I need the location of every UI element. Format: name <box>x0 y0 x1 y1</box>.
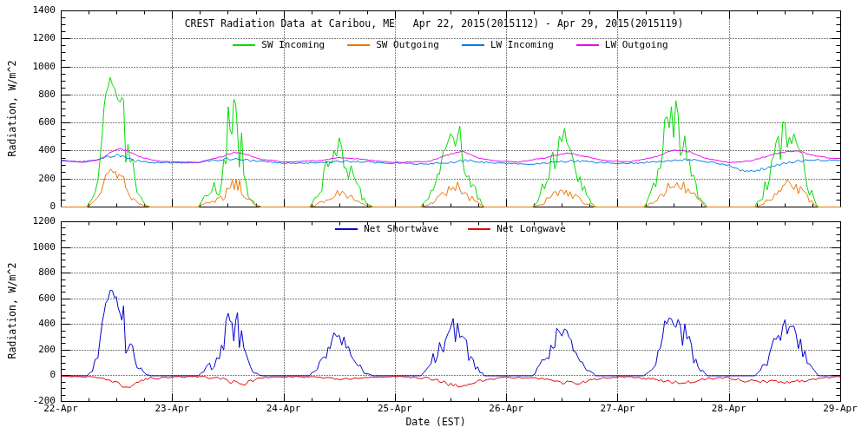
lw-incoming-label: LW Incoming <box>490 39 554 50</box>
legend-item-lw-outgoing: LW Outgoing <box>576 39 668 50</box>
top-legend: SW Incoming SW Outgoing LW Incoming LW O… <box>61 39 868 50</box>
x-tick-label: 22-Apr <box>35 404 87 414</box>
sw-incoming-line-swatch <box>233 44 255 46</box>
chart-title: CREST Radiation Data at Caribou, ME Apr … <box>185 17 684 30</box>
lw-outgoing-label: LW Outgoing <box>605 39 668 50</box>
x-tick-label: 23-Apr <box>146 404 198 414</box>
plot-canvas <box>0 0 868 434</box>
y-tick-label: 1200 <box>14 33 56 43</box>
legend-item-sw-outgoing: SW Outgoing <box>347 39 439 50</box>
legend-item-lw-incoming: LW Incoming <box>462 39 554 50</box>
x-tick-label: 28-Apr <box>703 404 755 414</box>
y-tick-label: 1200 <box>14 216 56 227</box>
sw-outgoing-label: SW Outgoing <box>376 39 439 50</box>
bottom-legend: Net Shortwave Net Longwave <box>61 223 840 234</box>
net-longwave-line-swatch <box>468 228 490 230</box>
y-tick-label: 600 <box>14 293 56 304</box>
x-tick-label: 26-Apr <box>480 404 532 414</box>
y-tick-label: 0 <box>14 370 56 380</box>
net-shortwave-label: Net Shortwave <box>364 223 438 234</box>
y-tick-label: 200 <box>14 345 56 355</box>
y-tick-label: 1000 <box>14 242 56 253</box>
y-tick-label: 1400 <box>14 5 56 16</box>
x-axis-title: Date (EST) <box>405 416 465 428</box>
sw-incoming-label: SW Incoming <box>261 39 325 50</box>
legend-item-net-longwave: Net Longwave <box>468 223 565 234</box>
y-tick-label: 600 <box>14 117 56 128</box>
x-tick-label: 24-Apr <box>258 404 310 414</box>
x-tick-label: 27-Apr <box>591 404 643 414</box>
y-tick-label: 200 <box>14 174 56 184</box>
y-tick-label: 800 <box>14 267 56 278</box>
x-tick-label: 29-Apr <box>814 404 866 414</box>
x-tick-label: 25-Apr <box>369 404 421 414</box>
net-shortwave-line-swatch <box>335 228 358 230</box>
radiation-chart-figure: CREST Radiation Data at Caribou, ME Apr … <box>0 0 868 434</box>
sw-outgoing-line-swatch <box>347 44 370 46</box>
legend-item-net-shortwave: Net Shortwave <box>335 223 438 234</box>
y-tick-label: 800 <box>14 89 56 100</box>
lw-incoming-line-swatch <box>462 44 484 46</box>
lw-outgoing-line-swatch <box>576 44 599 46</box>
y-axis-title-top-panel: Radiation, W/m^2 <box>6 61 18 157</box>
y-tick-label: 1000 <box>14 62 56 72</box>
legend-item-sw-incoming: SW Incoming <box>233 39 325 50</box>
y-tick-label: 400 <box>14 319 56 329</box>
net-longwave-label: Net Longwave <box>496 223 565 234</box>
y-tick-label: 400 <box>14 145 56 155</box>
y-tick-label: 0 <box>14 201 56 212</box>
